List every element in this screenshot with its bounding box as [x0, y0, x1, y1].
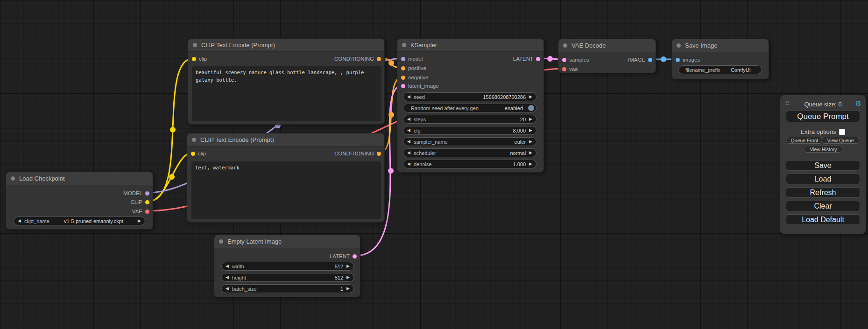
sampler-name-widget[interactable]: ◀ sampler_name euler ▶	[403, 137, 536, 146]
node-ksampler[interactable]: KSampler model positive negative latent_…	[397, 38, 544, 173]
decrement-arrow-icon[interactable]: ◀	[18, 219, 21, 223]
clear-button[interactable]: Clear	[786, 201, 860, 211]
height-widget[interactable]: ◀ height 512 ▶	[221, 273, 354, 282]
node-title-bar[interactable]: Empty Latent Image	[214, 235, 360, 248]
vae-port-icon[interactable]	[562, 67, 566, 71]
decrement-arrow-icon[interactable]: ◀	[407, 95, 410, 99]
clip-port-icon[interactable]	[192, 57, 196, 61]
node-title-bar[interactable]: Save Image	[672, 39, 769, 52]
width-widget[interactable]: ◀ width 512 ▶	[221, 262, 354, 271]
view-queue-button[interactable]: View Queue	[821, 137, 860, 144]
prompt-textarea[interactable]: text, watermark	[191, 161, 381, 219]
decrement-arrow-icon[interactable]: ◀	[407, 151, 410, 155]
seed-widget[interactable]: ◀ seed 156680208700286 ▶	[403, 92, 536, 101]
input-clip[interactable]: clip	[191, 149, 206, 158]
model-port-icon[interactable]	[401, 57, 405, 61]
output-latent[interactable]: LATENT	[330, 252, 357, 260]
node-clip-text-encode-negative[interactable]: CLIP Text Encode (Prompt) clip CONDITION…	[187, 133, 385, 223]
input-images[interactable]: images	[676, 56, 700, 64]
load-default-button[interactable]: Load Default	[786, 214, 860, 225]
output-model[interactable]: MODEL	[123, 189, 149, 197]
clip-port-icon[interactable]	[191, 152, 195, 156]
increment-arrow-icon[interactable]: ▶	[346, 287, 350, 291]
decrement-arrow-icon[interactable]: ◀	[226, 275, 229, 280]
output-conditioning[interactable]: CONDITIONING	[334, 149, 381, 158]
collapse-dot-icon[interactable]	[193, 43, 197, 47]
latent-port-icon[interactable]	[401, 84, 405, 88]
input-latent-image[interactable]: latent_image	[401, 82, 439, 90]
node-load-checkpoint[interactable]: Load Checkpoint MODEL CLIP VAE ◀ ckpt_na…	[6, 172, 153, 230]
filename-prefix-widget[interactable]: filename_prefix ComfyUI	[678, 65, 762, 74]
increment-arrow-icon[interactable]: ▶	[529, 95, 532, 99]
load-button[interactable]: Load	[786, 174, 860, 184]
latent-port-icon[interactable]	[562, 58, 566, 62]
increment-arrow-icon[interactable]: ▶	[529, 162, 532, 166]
refresh-button[interactable]: Refresh	[786, 187, 860, 198]
decrement-arrow-icon[interactable]: ◀	[407, 117, 410, 121]
input-model[interactable]: model	[401, 55, 423, 63]
node-title-bar[interactable]: Load Checkpoint	[6, 172, 153, 185]
scheduler-widget[interactable]: ◀ scheduler normal ▶	[403, 148, 536, 157]
toggle-dot-icon[interactable]	[528, 105, 534, 111]
increment-arrow-icon[interactable]: ▶	[138, 219, 141, 223]
collapse-dot-icon[interactable]	[11, 176, 15, 181]
output-clip[interactable]: CLIP	[130, 198, 149, 206]
collapse-dot-icon[interactable]	[219, 239, 223, 244]
conditioning-port-icon[interactable]	[401, 76, 405, 80]
decrement-arrow-icon[interactable]: ◀	[226, 264, 229, 268]
node-clip-text-encode-positive[interactable]: CLIP Text Encode (Prompt) clip CONDITION…	[188, 38, 385, 125]
input-samples[interactable]: samples	[562, 56, 589, 64]
clip-port-icon[interactable]	[145, 200, 149, 204]
decrement-arrow-icon[interactable]: ◀	[226, 287, 229, 291]
extra-options-checkbox[interactable]	[839, 129, 845, 135]
node-graph-canvas[interactable]: Load Checkpoint MODEL CLIP VAE ◀ ckpt_na…	[0, 0, 868, 329]
node-title-bar[interactable]: KSampler	[397, 39, 543, 52]
output-image[interactable]: IMAGE	[628, 56, 652, 64]
increment-arrow-icon[interactable]: ▶	[529, 128, 532, 133]
queue-front-button[interactable]: Queue Front	[786, 137, 823, 144]
denoise-widget[interactable]: ◀ denoise 1.000 ▶	[403, 160, 536, 168]
collapse-dot-icon[interactable]	[563, 43, 567, 48]
collapse-dot-icon[interactable]	[192, 138, 196, 142]
input-vae[interactable]: vae	[562, 65, 578, 73]
vae-port-icon[interactable]	[145, 210, 149, 214]
decrement-arrow-icon[interactable]: ◀	[407, 128, 410, 133]
input-positive[interactable]: positive	[401, 64, 426, 72]
output-latent[interactable]: LATENT	[513, 55, 540, 63]
conditioning-port-icon[interactable]	[401, 66, 405, 70]
save-button[interactable]: Save	[786, 160, 860, 171]
conditioning-port-icon[interactable]	[377, 57, 381, 61]
conditioning-port-icon[interactable]	[377, 152, 381, 156]
image-port-icon[interactable]	[676, 58, 680, 62]
increment-arrow-icon[interactable]: ▶	[346, 264, 350, 268]
latent-port-icon[interactable]	[536, 57, 540, 61]
input-clip[interactable]: clip	[192, 55, 207, 63]
image-port-icon[interactable]	[648, 58, 652, 62]
view-history-button[interactable]: View History	[804, 146, 843, 153]
prompt-textarea[interactable]: beautiful scenery nature glass bottle la…	[192, 66, 381, 121]
node-title-bar[interactable]: CLIP Text Encode (Prompt)	[187, 133, 384, 147]
output-vae[interactable]: VAE	[132, 207, 149, 216]
increment-arrow-icon[interactable]: ▶	[529, 151, 532, 155]
collapse-dot-icon[interactable]	[677, 43, 681, 48]
latent-port-icon[interactable]	[353, 254, 357, 259]
model-port-icon[interactable]	[145, 191, 149, 196]
batch-size-widget[interactable]: ◀ batch_size 1 ▶	[221, 284, 354, 293]
collapse-dot-icon[interactable]	[402, 43, 406, 47]
cfg-widget[interactable]: ◀ cfg 8.000 ▶	[403, 126, 536, 135]
node-title-bar[interactable]: CLIP Text Encode (Prompt)	[188, 39, 384, 52]
gear-icon[interactable]: ⚙	[855, 100, 861, 107]
output-conditioning[interactable]: CONDITIONING	[334, 55, 381, 63]
increment-arrow-icon[interactable]: ▶	[529, 140, 532, 144]
decrement-arrow-icon[interactable]: ◀	[407, 140, 410, 144]
steps-widget[interactable]: ◀ steps 20 ▶	[403, 115, 536, 124]
node-title-bar[interactable]: VAE Decode	[558, 39, 656, 52]
decrement-arrow-icon[interactable]: ◀	[407, 162, 410, 166]
node-save-image[interactable]: Save Image images filename_prefix ComfyU…	[671, 39, 769, 79]
ckpt-name-widget[interactable]: ◀ ckpt_name v1-5-pruned-emaonly.ckpt ▶	[14, 217, 145, 225]
increment-arrow-icon[interactable]: ▶	[529, 117, 532, 121]
input-negative[interactable]: negative	[401, 73, 428, 82]
node-vae-decode[interactable]: VAE Decode samples vae IMAGE	[558, 39, 656, 73]
drag-handle-icon[interactable]: ⠿	[785, 100, 790, 106]
increment-arrow-icon[interactable]: ▶	[346, 275, 350, 280]
